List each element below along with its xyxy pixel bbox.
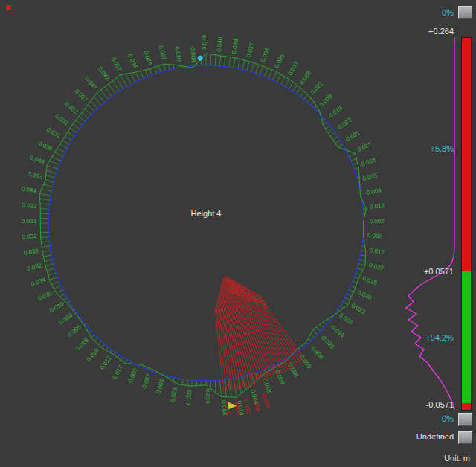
- color-scale-bar[interactable]: [461, 37, 472, 411]
- deviation-hatch: [173, 378, 174, 382]
- below-range-percent: 0%: [442, 414, 454, 423]
- deviation-value-label: 0.037: [245, 42, 256, 58]
- scale-green-zone: [462, 271, 471, 403]
- deviation-hatch: [39, 199, 50, 200]
- deviation-hatch: [281, 77, 286, 84]
- deviation-value-label: 0.032: [26, 262, 42, 272]
- deviation-value-label: 0.002: [367, 232, 383, 240]
- deviation-value-label: 0.034: [30, 277, 47, 288]
- deviation-value-label: 0.032: [23, 248, 39, 257]
- deviation-value-label: 0.003: [338, 312, 354, 326]
- record-indicator-icon: [6, 5, 11, 10]
- deviation-hatch: [41, 242, 49, 242]
- deviation-hatch: [89, 331, 91, 333]
- deviation-hatch: [324, 322, 327, 325]
- deviation-hatch: [328, 319, 330, 321]
- deviation-hatch: [68, 132, 74, 136]
- deviation-hatch: [141, 71, 144, 78]
- deviation-value-label: 0.044: [21, 185, 37, 194]
- deviation-hatch: [320, 324, 324, 327]
- deviation-value-label: 0.009: [318, 93, 334, 109]
- deviation-hatch: [356, 273, 361, 274]
- roundness-plot-canvas[interactable]: 0.0460.0400.0390.0370.0360.0350.0330.028…: [0, 0, 476, 467]
- deviation-hatch: [47, 165, 57, 169]
- deviation-value-label: 0.035: [274, 53, 286, 69]
- deviation-value-label: -0.008: [189, 45, 197, 63]
- deviation-hatch: [43, 255, 51, 257]
- deviation-hatch: [101, 344, 104, 347]
- deviation-hatch: [121, 357, 123, 361]
- out-of-tolerance-label: -0.042: [223, 400, 231, 418]
- deviation-hatch: [159, 65, 161, 72]
- deviation-hatch: [234, 58, 235, 68]
- deviation-value-label: 0.028: [298, 69, 312, 86]
- out-of-tolerance-label: -0.056: [251, 394, 262, 413]
- deviation-value-label: -0.007: [140, 373, 152, 391]
- deviation-value-label: 0.033: [22, 202, 37, 210]
- deviation-hatch: [76, 120, 83, 126]
- deviation-hatch: [307, 98, 311, 103]
- deviation-value-label: 0.036: [37, 140, 54, 152]
- deviation-hatch: [94, 97, 101, 105]
- deviation-value-label: -0.023: [335, 116, 353, 132]
- deviation-hatch: [52, 157, 61, 161]
- upper-zone-percent: +5.8%: [431, 144, 454, 153]
- deviation-hatch: [358, 264, 365, 265]
- deviation-value-label: 0.036: [260, 47, 271, 63]
- deviation-value-label: -0.004: [364, 187, 382, 196]
- deviation-hatch: [333, 137, 338, 140]
- deviation-hatch: [42, 246, 50, 248]
- deviation-hatch: [65, 136, 71, 141]
- deviation-hatch: [94, 338, 97, 341]
- above-range-color-box[interactable]: [458, 6, 472, 19]
- deviation-value-label: 0.020: [356, 289, 373, 301]
- out-of-tolerance-ray: [216, 304, 226, 390]
- deviation-hatch: [219, 380, 221, 396]
- deviation-hatch: [268, 70, 272, 78]
- deviation-value-label: 0.023: [350, 302, 367, 315]
- deviation-value-label: -0.007: [126, 367, 139, 385]
- deviation-hatch: [50, 161, 60, 164]
- deviation-hatch: [40, 232, 48, 233]
- deviation-hatch: [340, 306, 344, 308]
- deviation-hatch: [131, 73, 135, 83]
- undefined-color-box[interactable]: [458, 431, 472, 444]
- deviation-hatch: [251, 63, 254, 72]
- deviation-hatch: [192, 380, 193, 386]
- out-of-tolerance-ray: [219, 295, 235, 389]
- deviation-hatch: [114, 352, 115, 355]
- deviation-value-label: 0.037: [74, 88, 89, 103]
- deviation-value-label: 0.004: [58, 312, 74, 326]
- deviation-hatch: [303, 345, 304, 347]
- deviation-value-label: 0.033: [27, 170, 43, 181]
- deviation-hatch: [67, 302, 69, 303]
- deviation-hatch: [43, 184, 52, 187]
- deviation-hatch: [351, 286, 356, 288]
- deviation-hatch: [106, 347, 109, 350]
- inner-zone-percent: +94.2%: [425, 333, 454, 342]
- deviation-hatch: [300, 91, 304, 97]
- deviation-hatch: [79, 117, 86, 122]
- deviation-value-label: 0.022: [309, 80, 324, 97]
- deviation-hatch: [100, 90, 108, 100]
- deviation-hatch: [303, 94, 307, 100]
- deviation-hatch: [182, 379, 183, 385]
- deviation-hatch: [126, 74, 132, 84]
- deviation-value-label: 0.032: [22, 233, 37, 241]
- deviation-value-label: 0.031: [45, 126, 62, 140]
- deviation-hatch: [347, 294, 352, 296]
- deviation-hatch: [354, 277, 358, 279]
- deviation-hatch: [357, 268, 363, 270]
- deviation-hatch: [98, 341, 101, 344]
- deviation-value-label: 0.018: [361, 275, 378, 286]
- deviation-hatch: [60, 294, 65, 297]
- deviation-hatch: [297, 88, 301, 94]
- deviation-hatch: [292, 85, 297, 91]
- deviation-value-label: -0.002: [367, 218, 385, 225]
- deviation-hatch: [51, 281, 60, 284]
- below-range-color-box[interactable]: [458, 413, 472, 426]
- deviation-value-label: 0.033: [286, 60, 300, 77]
- deviation-hatch: [178, 379, 178, 384]
- deviation-hatch: [62, 141, 69, 144]
- deviation-value-label: -0.019: [327, 104, 344, 120]
